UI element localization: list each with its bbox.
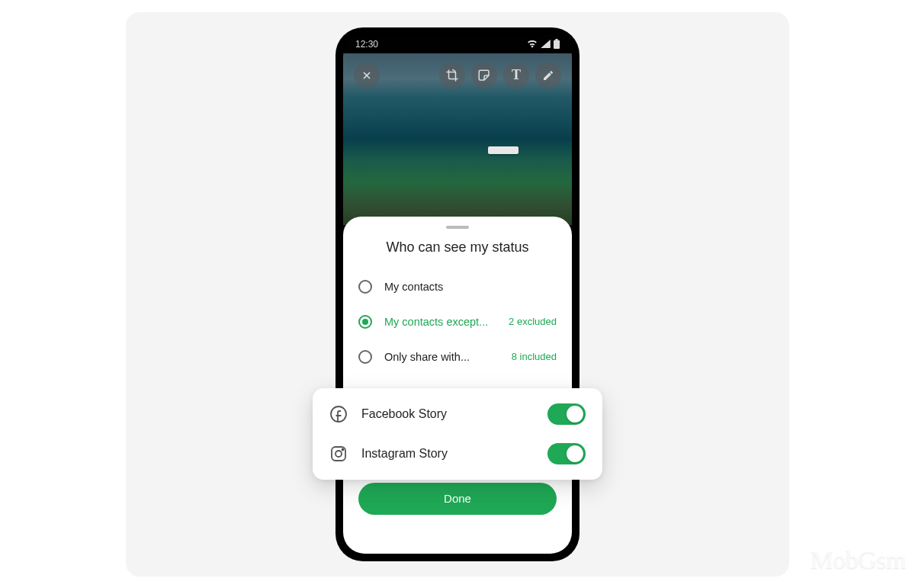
- svg-point-0: [331, 406, 346, 422]
- image-detail: [488, 146, 518, 154]
- editor-toolbar: T: [343, 63, 572, 88]
- watermark: MobGsm: [811, 545, 906, 574]
- status-bar: 12:30: [343, 35, 572, 53]
- pencil-icon: [542, 69, 554, 82]
- privacy-sheet: Who can see my status My contacts My con…: [343, 217, 572, 554]
- facebook-toggle[interactable]: [547, 403, 586, 425]
- option-label: My contacts except...: [384, 316, 496, 328]
- status-image-preview: T: [343, 53, 572, 225]
- svg-point-3: [342, 448, 344, 450]
- option-label: Only share with...: [384, 351, 499, 363]
- privacy-option-only-share-with[interactable]: Only share with... 8 included: [358, 339, 557, 374]
- facebook-icon: [329, 405, 348, 423]
- share-targets-card: Facebook Story Instagram Story: [313, 388, 602, 480]
- option-count: 2 excluded: [509, 316, 557, 327]
- text-button[interactable]: T: [503, 63, 529, 88]
- share-label: Facebook Story: [361, 407, 534, 421]
- battery-icon: [554, 39, 560, 49]
- signal-icon: [541, 40, 551, 48]
- drag-handle[interactable]: [446, 226, 469, 229]
- crop-rotate-icon: [445, 69, 459, 82]
- privacy-option-contacts-except[interactable]: My contacts except... 2 excluded: [358, 304, 557, 339]
- svg-point-2: [336, 451, 342, 457]
- radio-unchecked-icon: [358, 280, 372, 294]
- share-instagram-row: Instagram Story: [329, 434, 586, 474]
- sheet-title: Who can see my status: [358, 239, 557, 255]
- sticker-button[interactable]: [471, 63, 497, 88]
- option-count: 8 included: [512, 351, 557, 362]
- share-facebook-row: Facebook Story: [329, 394, 586, 434]
- close-icon: [361, 69, 373, 82]
- option-label: My contacts: [384, 281, 544, 293]
- status-icons: [527, 39, 560, 49]
- share-label: Instagram Story: [361, 447, 534, 461]
- privacy-option-my-contacts[interactable]: My contacts: [358, 269, 557, 304]
- wifi-icon: [527, 40, 538, 48]
- crop-rotate-button[interactable]: [439, 63, 465, 88]
- draw-button[interactable]: [535, 63, 561, 88]
- radio-checked-icon: [358, 315, 372, 329]
- page-container: 12:30: [126, 12, 789, 577]
- instagram-toggle[interactable]: [547, 443, 586, 464]
- status-bar-time: 12:30: [355, 39, 378, 50]
- phone-frame: 12:30: [336, 27, 580, 561]
- radio-unchecked-icon: [358, 350, 372, 364]
- text-icon: T: [512, 67, 521, 83]
- instagram-icon: [329, 445, 348, 463]
- close-button[interactable]: [354, 63, 380, 88]
- sticker-icon: [477, 69, 491, 82]
- done-button[interactable]: Done: [358, 483, 557, 515]
